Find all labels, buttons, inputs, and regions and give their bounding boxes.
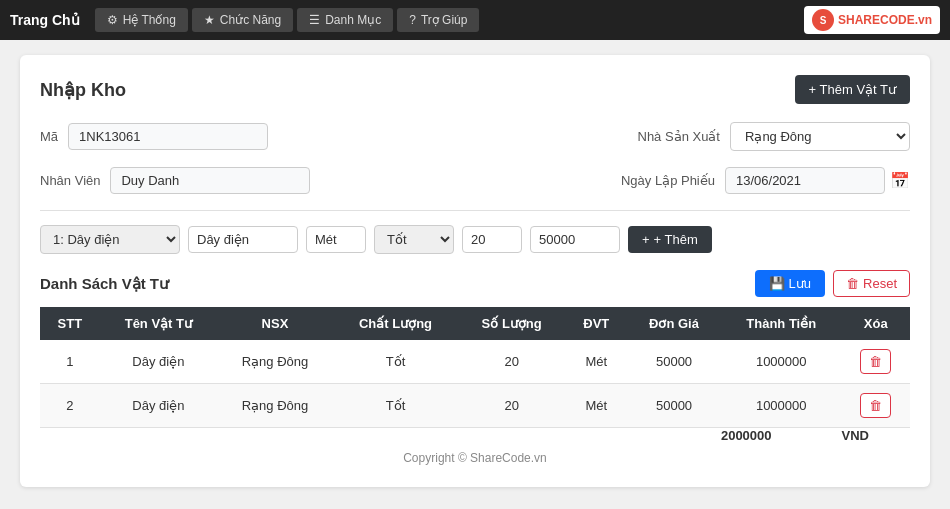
cell-don-gia: 50000 <box>627 340 721 384</box>
nav-item-hethong[interactable]: ⚙ Hệ Thống <box>95 8 188 32</box>
total-spacer <box>40 428 721 444</box>
danhmuc-label: Danh Mục <box>325 13 381 27</box>
cell-chat-luong: Tốt <box>333 384 458 428</box>
luu-button[interactable]: 💾 Lưu <box>755 270 825 297</box>
table-body: 1 Dây điện Rạng Đông Tốt 20 Mét 50000 10… <box>40 340 910 428</box>
table-row: 1 Dây điện Rạng Đông Tốt 20 Mét 50000 10… <box>40 340 910 384</box>
delete-row-button[interactable]: 🗑 <box>860 349 891 374</box>
cell-stt: 2 <box>40 384 100 428</box>
col-don-gia: Đơn Giá <box>627 307 721 340</box>
chat-luong-select[interactable]: Tốt Trung Bình Kém <box>374 225 454 254</box>
cell-thanh-tien: 1000000 <box>721 340 842 384</box>
col-thanh-tien: Thành Tiền <box>721 307 842 340</box>
table-foot: 2000000 VND <box>40 428 910 444</box>
table-container: STT Tên Vật Tư NSX Chất Lượng Số Lượng Đ… <box>40 307 910 443</box>
cell-dvt: Mét <box>565 340 627 384</box>
nav-items: ⚙ Hệ Thống ★ Chức Năng ☰ Danh Mục ? Trợ … <box>95 8 804 32</box>
col-stt: STT <box>40 307 100 340</box>
logo-icon: S <box>812 9 834 31</box>
table-head: STT Tên Vật Tư NSX Chất Lượng Số Lượng Đ… <box>40 307 910 340</box>
cell-ten-vat-tu: Dây điện <box>100 384 217 428</box>
nhan-vien-input[interactable] <box>110 167 310 194</box>
col-so-luong: Số Lượng <box>458 307 565 340</box>
col-ten-vat-tu: Tên Vật Tư <box>100 307 217 340</box>
col-chat-luong: Chất Lượng <box>333 307 458 340</box>
danh-sach-header: Danh Sách Vật Tư 💾 Lưu 🗑 Reset <box>40 270 910 297</box>
form-group-ma: Mã <box>40 123 268 150</box>
reset-button[interactable]: 🗑 Reset <box>833 270 910 297</box>
calendar-icon[interactable]: 📅 <box>890 171 910 190</box>
them-row-button[interactable]: + + Thêm <box>628 226 712 253</box>
form-group-nv: Nhân Viên <box>40 167 310 194</box>
navbar-logo: S SHARECODE.vn <box>804 6 940 34</box>
cell-nsx: Rạng Đông <box>217 384 333 428</box>
ten-input[interactable] <box>188 226 298 253</box>
total-thanh-tien: 2000000 <box>721 428 842 444</box>
cell-nsx: Rạng Đông <box>217 340 333 384</box>
form-row-1: Mã Nhà Sản Xuất Rạng Đông <box>40 122 910 151</box>
trogiup-icon: ? <box>409 13 416 27</box>
danh-sach-title: Danh Sách Vật Tư <box>40 275 169 293</box>
delete-row-button[interactable]: 🗑 <box>860 393 891 418</box>
vat-tu-table: STT Tên Vật Tư NSX Chất Lượng Số Lượng Đ… <box>40 307 910 443</box>
ngay-label: Ngày Lập Phiếu <box>621 173 715 188</box>
cell-chat-luong: Tốt <box>333 340 458 384</box>
logo-main: SHARECODE <box>838 13 915 27</box>
cell-xoa: 🗑 <box>842 384 910 428</box>
chucnang-icon: ★ <box>204 13 215 27</box>
nhap-kho-card: Nhập Kho + Thêm Vật Tư Mã Nhà Sản Xuất R… <box>20 55 930 487</box>
logo-box: S SHARECODE.vn <box>804 6 940 34</box>
form-group-nsx: Nhà Sản Xuất Rạng Đông <box>638 122 911 151</box>
them-vat-tu-button[interactable]: + Thêm Vật Tư <box>795 75 910 104</box>
ngay-input[interactable] <box>725 167 885 194</box>
trogiup-label: Trợ Giúp <box>421 13 468 27</box>
nv-label: Nhân Viên <box>40 173 100 188</box>
table-row: 2 Dây điện Rạng Đông Tốt 20 Mét 50000 10… <box>40 384 910 428</box>
cell-ten-vat-tu: Dây điện <box>100 340 217 384</box>
cell-so-luong: 20 <box>458 340 565 384</box>
them-row-label: + Thêm <box>654 232 698 247</box>
chucnang-label: Chức Năng <box>220 13 281 27</box>
trash-icon: 🗑 <box>846 276 859 291</box>
total-row: 2000000 VND <box>40 428 910 444</box>
nsx-label: Nhà Sản Xuất <box>638 129 721 144</box>
ma-input[interactable] <box>68 123 268 150</box>
nav-item-danhmuc[interactable]: ☰ Danh Mục <box>297 8 393 32</box>
cell-dvt: Mét <box>565 384 627 428</box>
save-icon: 💾 <box>769 276 785 291</box>
nav-item-trogiup[interactable]: ? Trợ Giúp <box>397 8 479 32</box>
hethong-label: Hệ Thống <box>123 13 176 27</box>
nsx-select[interactable]: Rạng Đông <box>730 122 910 151</box>
add-row: 1: Dây điện Tốt Trung Bình Kém + + Thêm <box>40 225 910 254</box>
cell-so-luong: 20 <box>458 384 565 428</box>
main-content: Nhập Kho + Thêm Vật Tư Mã Nhà Sản Xuất R… <box>0 40 950 502</box>
cell-stt: 1 <box>40 340 100 384</box>
logo-accent: .vn <box>915 13 932 27</box>
dvt-input[interactable] <box>306 226 366 253</box>
luu-label: Lưu <box>789 276 811 291</box>
col-dvt: ĐVT <box>565 307 627 340</box>
plus-icon: + <box>642 232 650 247</box>
date-group: 📅 <box>725 167 910 194</box>
navbar-brand[interactable]: Trang Chủ <box>10 12 80 28</box>
don-gia-input[interactable] <box>530 226 620 253</box>
danhmuc-icon: ☰ <box>309 13 320 27</box>
footer-copyright: Copyright © ShareCode.vn <box>40 443 910 467</box>
vattu-select[interactable]: 1: Dây điện <box>40 225 180 254</box>
navbar: Trang Chủ ⚙ Hệ Thống ★ Chức Năng ☰ Danh … <box>0 0 950 40</box>
table-header-row: STT Tên Vật Tư NSX Chất Lượng Số Lượng Đ… <box>40 307 910 340</box>
cell-xoa: 🗑 <box>842 340 910 384</box>
danh-sach-actions: 💾 Lưu 🗑 Reset <box>755 270 910 297</box>
so-luong-input[interactable] <box>462 226 522 253</box>
total-dvt: VND <box>842 428 910 444</box>
ma-label: Mã <box>40 129 58 144</box>
nav-item-chucnang[interactable]: ★ Chức Năng <box>192 8 293 32</box>
form-group-ngay: Ngày Lập Phiếu 📅 <box>621 167 910 194</box>
form-row-2: Nhân Viên Ngày Lập Phiếu 📅 <box>40 167 910 194</box>
hethong-icon: ⚙ <box>107 13 118 27</box>
card-title: Nhập Kho <box>40 79 126 101</box>
reset-label: Reset <box>863 276 897 291</box>
card-header: Nhập Kho + Thêm Vật Tư <box>40 75 910 104</box>
col-xoa: Xóa <box>842 307 910 340</box>
divider <box>40 210 910 211</box>
